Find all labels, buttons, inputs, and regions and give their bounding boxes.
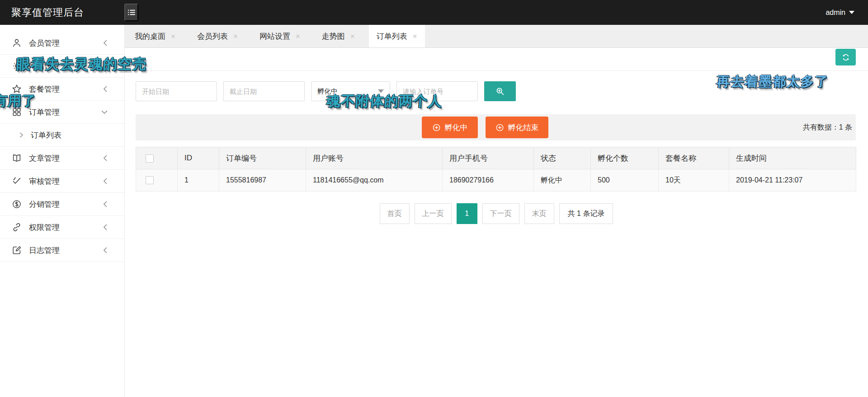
sidebar-toggle-button[interactable] bbox=[124, 4, 138, 21]
star-icon bbox=[12, 84, 22, 94]
hatching-button[interactable]: 孵化中 bbox=[422, 117, 478, 138]
pagination-prev-button[interactable]: 上一页 bbox=[415, 203, 452, 224]
column-header-account: 用户账号 bbox=[306, 147, 443, 169]
chevron-left-icon bbox=[103, 201, 108, 208]
filter-row: 孵化中 bbox=[136, 81, 856, 101]
gear-icon bbox=[12, 61, 22, 71]
tab-label: 走势图 bbox=[322, 31, 345, 42]
tab-my-desktop[interactable]: 我的桌面 × bbox=[127, 25, 183, 47]
status-select[interactable]: 孵化中 bbox=[311, 81, 390, 101]
column-header-status: 状态 bbox=[534, 147, 591, 169]
sidebar-item-package-management[interactable]: 套餐管理 bbox=[0, 78, 124, 101]
table-header-row: ID 订单编号 用户账号 用户手机号 状态 孵化个数 套餐名称 生成时间 bbox=[136, 147, 856, 169]
column-header-package: 套餐名称 bbox=[659, 147, 729, 169]
chevron-left-icon bbox=[103, 85, 108, 93]
tab-bar: 我的桌面 × 会员列表 × 网站设置 × 走势图 × 订单列表 × bbox=[125, 25, 868, 48]
close-icon[interactable]: × bbox=[296, 33, 300, 40]
pagination-first-button[interactable]: 首页 bbox=[380, 203, 410, 224]
pagination: 首页 上一页 1 下一页 末页 共 1 条记录 bbox=[125, 203, 868, 224]
end-date-input[interactable] bbox=[223, 81, 305, 101]
sidebar-item-order-management[interactable]: 订单管理 bbox=[0, 101, 124, 124]
close-icon[interactable]: × bbox=[233, 33, 238, 40]
pagination-last-button[interactable]: 末页 bbox=[524, 203, 554, 224]
pagination-record-summary: 共 1 条记录 bbox=[559, 203, 613, 224]
close-icon[interactable]: × bbox=[413, 33, 417, 40]
cell-hatch-count: 500 bbox=[591, 169, 659, 191]
tab-member-list[interactable]: 会员列表 × bbox=[189, 25, 245, 47]
tab-order-list[interactable]: 订单列表 × bbox=[369, 25, 425, 47]
sidebar-item-member-management[interactable]: 会员管理 bbox=[0, 32, 124, 55]
dollar-circle-icon bbox=[12, 199, 22, 209]
search-button[interactable] bbox=[484, 81, 516, 101]
cell-account: 1181416655@qq.com bbox=[306, 169, 443, 191]
chevron-left-icon bbox=[103, 177, 108, 185]
tab-label: 我的桌面 bbox=[135, 31, 165, 42]
username: admin bbox=[826, 9, 845, 17]
pagination-page-1-button[interactable]: 1 bbox=[457, 203, 477, 224]
audit-check-icon bbox=[12, 176, 22, 186]
chevron-left-icon bbox=[103, 154, 108, 162]
sidebar-subitem-order-list[interactable]: 订单列表 bbox=[0, 124, 124, 147]
chevron-left-icon bbox=[103, 62, 108, 70]
sidebar-item-log-management[interactable]: 日志管理 bbox=[0, 239, 124, 262]
tab-label: 网站设置 bbox=[259, 31, 290, 42]
cell-created-at: 2019-04-21 11:23:07 bbox=[729, 169, 856, 191]
hatch-end-button-label: 孵化结束 bbox=[508, 122, 539, 133]
action-bar: 孵化中 孵化结束 共有数据：1 条 bbox=[136, 114, 856, 140]
book-icon bbox=[12, 153, 22, 163]
sidebar-item-permission-management[interactable]: 权限管理 bbox=[0, 216, 124, 239]
search-icon bbox=[495, 86, 505, 96]
column-header-id: ID bbox=[178, 147, 219, 169]
caret-down-icon bbox=[378, 89, 384, 93]
chevron-left-icon bbox=[103, 39, 108, 47]
start-date-input[interactable] bbox=[136, 81, 217, 101]
total-data-count: 共有数据：1 条 bbox=[803, 114, 852, 140]
select-all-checkbox[interactable] bbox=[146, 154, 154, 163]
link-icon bbox=[12, 222, 22, 232]
tab-label: 订单列表 bbox=[377, 31, 407, 42]
content: 孵化中 bbox=[125, 48, 868, 224]
order-number-input[interactable] bbox=[396, 81, 478, 101]
column-header-hatch-count: 孵化个数 bbox=[591, 147, 659, 169]
chevron-left-icon bbox=[103, 247, 108, 254]
main-area: 我的桌面 × 会员列表 × 网站设置 × 走势图 × 订单列表 × bbox=[125, 25, 868, 397]
status-select-value: 孵化中 bbox=[317, 87, 338, 96]
cell-status: 孵化中 bbox=[534, 169, 591, 191]
sidebar-item-article-management[interactable]: 文章管理 bbox=[0, 147, 124, 170]
cell-order-no: 1555816987 bbox=[219, 169, 306, 191]
caret-down-icon bbox=[849, 11, 854, 14]
refresh-icon bbox=[841, 53, 850, 62]
column-header-order-no: 订单编号 bbox=[219, 147, 306, 169]
hatch-end-button[interactable]: 孵化结束 bbox=[486, 117, 548, 138]
pagination-next-button[interactable]: 下一页 bbox=[482, 203, 519, 224]
sidebar-item-site-settings[interactable]: 网站设置 bbox=[0, 55, 124, 78]
table-row: 1 1555816987 1181416655@qq.com 186902791… bbox=[136, 169, 856, 191]
app-title: 聚享值管理后台 bbox=[11, 6, 124, 19]
tab-label: 会员列表 bbox=[197, 31, 228, 42]
select-all-cell bbox=[136, 147, 178, 169]
user-icon bbox=[12, 38, 22, 48]
tab-trend-chart[interactable]: 走势图 × bbox=[314, 25, 363, 47]
chevron-left-icon bbox=[103, 224, 108, 231]
plus-circle-icon bbox=[432, 123, 441, 132]
refresh-button[interactable] bbox=[835, 49, 856, 65]
chevron-down-icon bbox=[101, 109, 108, 115]
sidebar-item-audit-management[interactable]: 审核管理 bbox=[0, 170, 124, 193]
row-checkbox[interactable] bbox=[146, 176, 154, 184]
tab-site-settings[interactable]: 网站设置 × bbox=[252, 25, 308, 47]
sidebar: 会员管理 网站设置 套餐管理 bbox=[0, 25, 125, 397]
user-menu[interactable]: admin bbox=[826, 9, 854, 17]
topbar: 聚享值管理后台 admin bbox=[0, 0, 868, 25]
cell-id: 1 bbox=[178, 169, 219, 191]
plus-circle-icon bbox=[495, 123, 504, 132]
close-icon[interactable]: × bbox=[350, 33, 355, 40]
close-icon[interactable]: × bbox=[171, 33, 175, 40]
cell-package: 10天 bbox=[659, 169, 729, 191]
column-header-phone: 用户手机号 bbox=[443, 147, 534, 169]
content-header bbox=[125, 48, 868, 71]
column-header-created-at: 生成时间 bbox=[729, 147, 856, 169]
edit-note-icon bbox=[12, 245, 22, 255]
hatching-button-label: 孵化中 bbox=[445, 122, 468, 133]
sidebar-item-distribution-management[interactable]: 分销管理 bbox=[0, 193, 124, 216]
grid-icon bbox=[12, 107, 22, 117]
